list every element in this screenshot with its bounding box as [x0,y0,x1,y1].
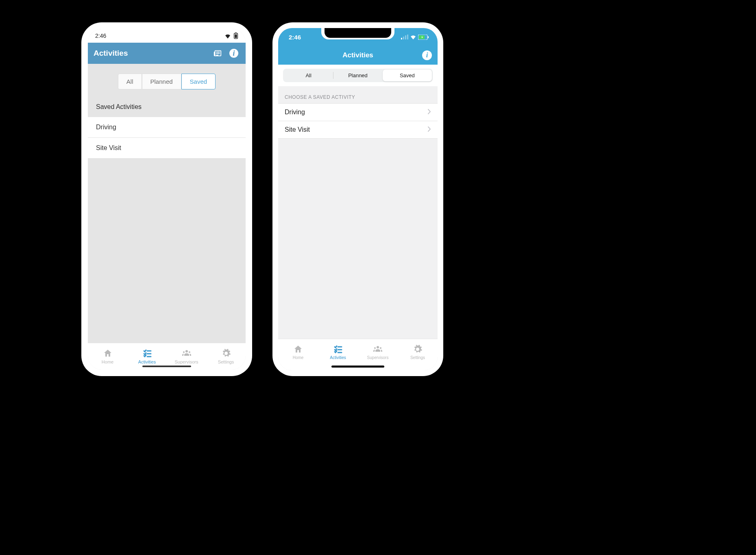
saved-activities-list: Driving Site Visit [278,103,438,139]
svg-point-7 [183,351,185,353]
android-status-bar: 2:46 [88,29,246,43]
segment-planned[interactable]: Planned [142,74,181,89]
notch [321,28,394,39]
status-indicators [401,35,429,40]
info-icon: i [229,49,238,58]
list-item[interactable]: Site Visit [278,121,438,139]
list-item[interactable]: Site Visit [88,138,246,159]
svg-rect-1 [235,33,237,33]
chevron-right-icon [428,109,431,116]
status-indicators [224,33,238,39]
page-title: Activities [94,49,207,58]
empty-area [278,139,438,339]
svg-rect-12 [407,35,408,39]
list-item-label: Site Visit [285,126,310,133]
tab-label: Home [293,355,304,360]
tab-label: Supervisors [174,359,198,364]
saved-activities-list: Driving Site Visit [88,117,246,159]
android-header: Activities i [88,43,246,64]
supervisors-icon [182,348,192,358]
android-device-frame: 2:46 Activities i All Planned Saved Save… [81,22,252,376]
ios-header: Activities i [278,46,438,65]
mute-switch [271,96,272,108]
segmented-control: All Planned Saved [283,69,433,82]
section-header: Saved Activities [88,97,246,117]
svg-rect-14 [428,36,429,38]
home-icon [293,344,303,354]
home-icon [103,348,113,358]
android-home-indicator [142,366,191,367]
tab-settings[interactable]: Settings [206,343,246,370]
ios-home-indicator [331,366,384,368]
activities-icon [142,348,152,358]
cellular-icon [401,35,408,39]
ios-screen: 2:46 Activities i All Planned Saved CHOO… [278,28,438,370]
wifi-icon [224,33,231,39]
newspaper-icon [213,49,222,58]
list-item[interactable]: Driving [88,117,246,138]
segmented-control: All Planned Saved [118,74,216,89]
tab-label: Activities [330,355,346,360]
svg-rect-2 [235,34,237,38]
tab-label: Settings [410,355,425,360]
chevron-right-icon [428,126,431,133]
gear-icon [413,344,423,354]
status-time: 2:46 [289,34,301,41]
svg-point-19 [377,346,379,348]
battery-icon [233,33,238,39]
segment-saved[interactable]: Saved [383,70,432,81]
tab-home[interactable]: Home [278,339,318,365]
news-button[interactable] [211,47,224,59]
battery-charging-icon [418,35,429,40]
section-header: CHOOSE A SAVED ACTIVITY [278,86,438,103]
svg-rect-11 [405,35,406,39]
svg-point-20 [374,347,376,349]
volume-up-button [271,116,272,138]
info-icon: i [426,51,428,59]
tab-activities[interactable]: Activities [318,339,358,365]
supervisors-icon [373,344,383,354]
wifi-icon [410,35,416,39]
tab-home[interactable]: Home [88,343,127,370]
gear-icon [221,348,231,358]
tab-label: Supervisors [367,355,389,360]
segment-all[interactable]: All [284,70,333,81]
segment-all[interactable]: All [118,74,142,89]
ios-segment-wrap: All Planned Saved [278,65,438,86]
tab-settings[interactable]: Settings [398,339,438,365]
svg-rect-10 [403,37,404,39]
page-title: Activities [342,51,373,59]
status-time: 2:46 [95,33,106,39]
ios-device-frame: 2:46 Activities i All Planned Saved CHOO… [272,22,443,376]
power-button [443,120,444,155]
list-item[interactable]: Driving [278,104,438,121]
tab-label: Settings [218,359,234,364]
segment-planned[interactable]: Planned [333,70,382,81]
svg-rect-9 [401,38,402,39]
tab-label: Home [102,359,113,364]
empty-area [88,159,246,343]
activities-icon [333,344,343,354]
svg-point-21 [380,347,381,349]
info-button[interactable]: i [422,50,432,60]
android-segment-wrap: All Planned Saved [88,64,246,97]
volume-down-button [271,144,272,167]
android-screen: 2:46 Activities i All Planned Saved Save… [88,29,246,370]
info-button[interactable]: i [228,47,240,59]
svg-point-8 [189,351,190,353]
svg-point-6 [185,350,188,353]
list-item-label: Driving [285,109,305,116]
tab-label: Activities [138,359,156,364]
segment-saved[interactable]: Saved [181,74,216,89]
tab-supervisors[interactable]: Supervisors [358,339,398,365]
